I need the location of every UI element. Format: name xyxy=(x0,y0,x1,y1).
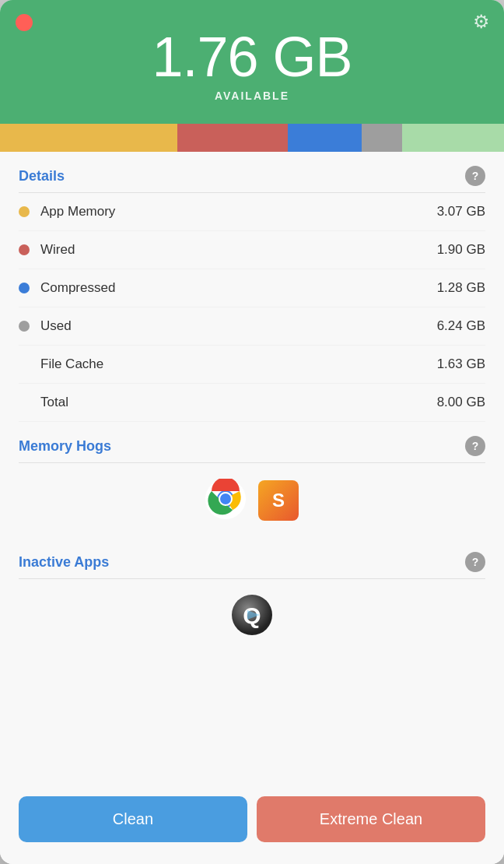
clean-button[interactable]: Clean xyxy=(19,796,247,842)
quicktime-app-icon[interactable]: Q xyxy=(232,595,272,638)
inactive-apps-help-button[interactable]: ? xyxy=(465,552,485,572)
traffic-lights xyxy=(16,14,33,34)
value-wired: 1.90 GB xyxy=(437,242,485,258)
inactive-apps-title: Inactive Apps xyxy=(19,554,109,571)
label-used: Used xyxy=(40,318,437,334)
memory-hogs-section-header: Memory Hogs ? xyxy=(19,422,485,463)
chrome-app-icon[interactable] xyxy=(205,479,246,522)
memory-hogs-apps: S xyxy=(19,463,485,538)
memory-hogs-help-button[interactable]: ? xyxy=(465,436,485,456)
bar-wired xyxy=(177,124,287,152)
gear-button[interactable]: ⚙ xyxy=(473,11,490,33)
close-button[interactable] xyxy=(16,14,33,31)
app-window: ⚙ 1.76 GB AVAILABLE Details ? App Memory… xyxy=(0,0,504,864)
dot-app-memory xyxy=(19,206,30,217)
label-total: Total xyxy=(19,395,437,410)
inactive-apps-list: Q xyxy=(19,579,485,654)
label-app-memory: App Memory xyxy=(40,204,437,220)
inactive-apps-section-header: Inactive Apps ? xyxy=(19,538,485,579)
details-title: Details xyxy=(19,168,65,184)
available-gb: 1.76 GB xyxy=(152,26,352,88)
row-file-cache: File Cache 1.63 GB xyxy=(19,346,485,384)
bar-used xyxy=(362,124,402,152)
label-compressed: Compressed xyxy=(40,280,437,296)
value-used: 6.24 GB xyxy=(437,318,485,334)
dot-wired xyxy=(19,244,30,255)
footer: Clean Extreme Clean xyxy=(0,781,504,864)
row-compressed: Compressed 1.28 GB xyxy=(19,269,485,307)
value-compressed: 1.28 GB xyxy=(437,280,485,296)
memory-hogs-title: Memory Hogs xyxy=(19,438,111,455)
extreme-clean-button[interactable]: Extreme Clean xyxy=(257,796,485,842)
label-file-cache: File Cache xyxy=(19,356,437,372)
bar-available xyxy=(402,124,504,152)
details-section-header: Details ? xyxy=(19,152,485,193)
available-label: AVAILABLE xyxy=(215,90,289,102)
value-file-cache: 1.63 GB xyxy=(437,356,485,372)
label-wired: Wired xyxy=(40,242,437,258)
value-app-memory: 3.07 GB xyxy=(437,204,485,220)
row-used: Used 6.24 GB xyxy=(19,307,485,346)
memory-bar xyxy=(0,124,504,152)
row-total: Total 8.00 GB xyxy=(19,384,485,422)
row-app-memory: App Memory 3.07 GB xyxy=(19,193,485,231)
svg-point-3 xyxy=(220,493,231,504)
content-area: Details ? App Memory 3.07 GB Wired 1.90 … xyxy=(0,152,504,781)
dot-used xyxy=(19,321,30,332)
header: ⚙ 1.76 GB AVAILABLE xyxy=(0,0,504,124)
row-wired: Wired 1.90 GB xyxy=(19,231,485,269)
value-total: 8.00 GB xyxy=(437,395,485,410)
details-help-button[interactable]: ? xyxy=(465,166,485,186)
sublime-app-icon[interactable]: S xyxy=(258,480,299,521)
bar-app xyxy=(0,124,177,152)
bar-compressed xyxy=(288,124,362,152)
dot-compressed xyxy=(19,283,30,293)
